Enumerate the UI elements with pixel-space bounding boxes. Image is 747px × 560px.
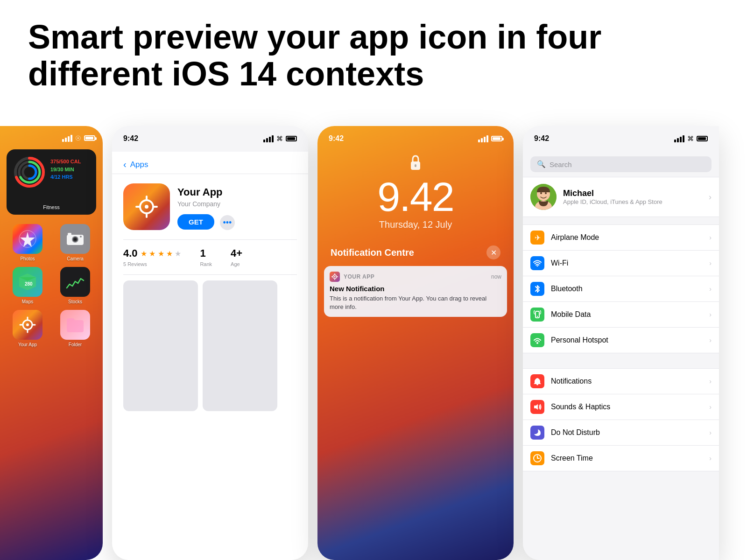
svg-point-43 (536, 342, 538, 344)
minutes-stat: 19/30 MIN (50, 166, 90, 174)
page-container: Smart preview your app icon in four diff… (0, 0, 747, 560)
maps-icon: 280 (13, 267, 42, 297)
app-item-photos[interactable]: Photos (7, 224, 49, 261)
signal-bars (62, 135, 72, 142)
svg-point-13 (80, 236, 82, 238)
phone2-status-icons: ⌘ (263, 135, 297, 142)
stocks-icon (60, 267, 90, 297)
camera-icon (60, 224, 90, 254)
heading-line2: different iOS 14 contexts (28, 55, 424, 92)
screenshots-row (123, 280, 297, 411)
yourapp-label: Your App (18, 342, 37, 347)
notif-body: This is a notification from Your App. Yo… (330, 294, 501, 311)
app-grid: Photos Camera (7, 224, 96, 347)
settings-item-wifi[interactable]: Wi-Fi › (523, 251, 719, 276)
profile-info: Michael Apple ID, iCloud, iTunes & App S… (563, 189, 702, 205)
settings-item-dnd[interactable]: Do Not Disturb › (523, 420, 719, 446)
get-button[interactable]: GET (177, 214, 214, 230)
dnd-icon (530, 426, 544, 440)
settings-item-notifications[interactable]: Notifications › (523, 369, 719, 394)
wifi-chevron: › (709, 259, 712, 267)
phones-row: ☉ (0, 126, 747, 560)
lock-icon (407, 154, 424, 171)
rating-number: 4.0 (123, 247, 138, 259)
listing-app-name: Your App (177, 186, 297, 198)
nc-header: Notification Centre ✕ (331, 245, 500, 259)
svg-point-11 (74, 238, 77, 241)
star3: ★ (158, 250, 164, 258)
notif-time: now (491, 273, 501, 280)
app-item-stocks[interactable]: Stocks (54, 267, 96, 304)
search-icon: 🔍 (537, 160, 546, 168)
battery-fill (85, 137, 93, 140)
lock-screen-content: 9.42 Thursday, 12 July (317, 154, 514, 230)
profile-chevron: › (709, 192, 712, 202)
more-button[interactable]: ••• (220, 215, 235, 230)
signal-bars-2 (263, 135, 274, 142)
wifi-label: Wi-Fi (551, 259, 703, 267)
app-item-folder[interactable]: Folder (54, 310, 96, 347)
star4: ★ (166, 250, 173, 258)
photos-icon (13, 224, 42, 254)
photos-label: Photos (20, 256, 35, 261)
wifi-icon-2: ⌘ (276, 135, 283, 142)
settings-item-sounds[interactable]: Sounds & Haptics › (523, 394, 719, 420)
back-label[interactable]: Apps (130, 160, 148, 169)
sounds-icon (530, 400, 544, 414)
stars: ★ ★ ★ ★ ★ (141, 249, 182, 258)
svg-point-40 (537, 266, 538, 267)
bluetooth-label: Bluetooth (551, 285, 703, 293)
settings-content: 🔍 Search (523, 152, 719, 560)
bar4 (70, 135, 72, 142)
nc-close-button[interactable]: ✕ (486, 245, 500, 259)
svg-point-38 (540, 192, 542, 194)
folder-icon (60, 310, 90, 340)
sounds-chevron: › (709, 403, 712, 411)
wifi-status-icon: ☉ (75, 134, 81, 142)
phone2-time: 9:42 (123, 134, 138, 143)
star1: ★ (141, 250, 147, 258)
reviews-count: 5 Reviews (123, 261, 181, 267)
svg-rect-28 (415, 164, 416, 167)
age-number: 4+ (231, 247, 242, 259)
bluetooth-chevron: › (709, 285, 712, 293)
hours-stat: 4/12 HRS (50, 173, 90, 181)
dnd-chevron: › (709, 429, 712, 436)
app-listing-top: Your App Your Company GET ••• (123, 183, 297, 230)
phone4-settings: 9:42 ⌘ 🔍 (523, 126, 719, 560)
listing-info: Your App Your Company GET ••• (177, 183, 297, 230)
svg-point-16 (26, 323, 29, 326)
profile-section[interactable]: Michael Apple ID, iCloud, iTunes & App S… (523, 177, 719, 217)
settings-item-airplane[interactable]: ✈ Airplane Mode › (523, 225, 719, 251)
hotspot-icon (530, 333, 544, 347)
settings-item-mobile[interactable]: Mobile Data › (523, 302, 719, 328)
mobile-chevron: › (709, 311, 712, 318)
settings-item-screentime[interactable]: Screen Time › (523, 446, 719, 471)
settings-divider (523, 353, 719, 361)
battery-3 (491, 136, 502, 141)
settings-search[interactable]: 🔍 Search (530, 156, 712, 172)
phone4-status-icons: ⌘ (674, 135, 708, 142)
mobile-data-icon (530, 308, 544, 322)
rating-block: 4.0 ★ ★ ★ ★ ★ 5 Reviews (123, 247, 181, 267)
airplane-mode-label: Airplane Mode (551, 233, 703, 242)
bar3 (68, 136, 70, 142)
settings-item-bluetooth[interactable]: Bluetooth › (523, 276, 719, 302)
hotspot-label: Personal Hotspot (551, 336, 703, 344)
app-item-maps[interactable]: 280 Maps (7, 267, 49, 304)
app-item-camera[interactable]: Camera (54, 224, 96, 261)
settings-item-hotspot[interactable]: Personal Hotspot › (523, 328, 719, 353)
phone1-homescreen: ☉ (0, 126, 103, 560)
age-label: Age (231, 261, 242, 267)
lock-date: Thursday, 12 July (379, 219, 452, 230)
profile-sub: Apple ID, iCloud, iTunes & App Store (563, 198, 702, 205)
search-placeholder: Search (550, 161, 572, 168)
notifications-label: Notifications (551, 377, 703, 385)
phone3-lockscreen: 9:42 (317, 126, 514, 560)
fitness-stats: 375/500 CAL 19/30 MIN 4/12 HRS (50, 156, 90, 181)
screenshot-1 (123, 280, 198, 411)
app-item-yourapp[interactable]: Your App (7, 310, 49, 347)
back-arrow-icon[interactable]: ‹ (123, 159, 127, 170)
phone4-time: 9:42 (534, 134, 549, 143)
camera-label: Camera (67, 256, 84, 261)
